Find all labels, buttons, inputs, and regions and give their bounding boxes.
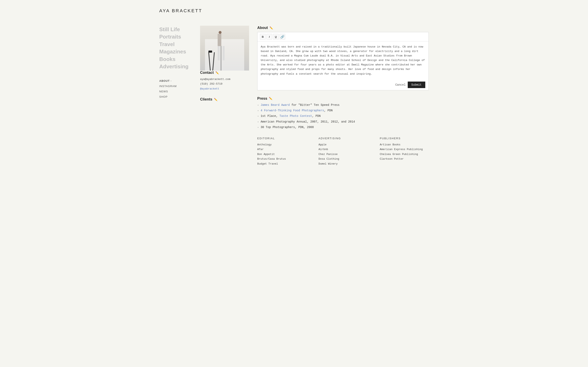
toolbar-link-button[interactable]: 🔗 bbox=[279, 34, 285, 40]
contact-section: Contact ✏️ aya@ayabrackett.com (510) 292… bbox=[200, 71, 249, 91]
nav-item-advertising[interactable]: Advertising bbox=[159, 63, 192, 70]
toolbar-italic-button[interactable]: I bbox=[267, 34, 272, 40]
clients-advertising-col: ADVERTISING Apple Airbnb Chez Panisse Do… bbox=[319, 136, 367, 166]
toolbar-underline-button[interactable]: U bbox=[273, 34, 279, 40]
advertising-dosa-clothing: Dosa Clothing bbox=[319, 157, 367, 161]
nav-item-instagram[interactable]: INSTAGRAM bbox=[159, 83, 192, 89]
contact-email: aya@ayabrackett.com bbox=[200, 77, 249, 82]
nav-link-about[interactable]: ABOUT · bbox=[159, 78, 192, 83]
nav-link-shop[interactable]: SHOP bbox=[159, 94, 192, 100]
clients-full: EDITORIAL Anthology Afar Bon Appetit Bru… bbox=[257, 136, 429, 166]
contact-info: aya@ayabrackett.com (510) 292-5719 @ayab… bbox=[200, 77, 249, 91]
nav-item-about[interactable]: ABOUT · bbox=[159, 78, 192, 83]
editor-actions: Cancel Submit bbox=[258, 80, 429, 90]
about-content[interactable]: Aya Brackett was born and raised in a tr… bbox=[258, 42, 429, 80]
editorial-anthology: Anthology bbox=[257, 142, 306, 147]
contact-phone: (510) 292-5719 bbox=[200, 82, 249, 86]
nav-link-portraits[interactable]: Portraits bbox=[159, 33, 192, 40]
editorial-bon-appetit: Bon Appetit bbox=[257, 152, 306, 157]
editorial-header: EDITORIAL bbox=[257, 136, 306, 141]
secondary-nav: ABOUT · INSTAGRAM NEWS SHOP bbox=[159, 78, 192, 100]
submit-button[interactable]: Submit bbox=[408, 82, 425, 88]
contact-edit-icon[interactable]: ✏️ bbox=[215, 71, 219, 75]
nav-link-advertising[interactable]: Advertising bbox=[159, 63, 192, 70]
nav-link-still-life[interactable]: Still Life bbox=[159, 26, 192, 33]
advertising-apple: Apple bbox=[319, 142, 367, 147]
editorial-brutus: Brutus/Casa Brutus bbox=[257, 157, 306, 161]
nav-link-instagram[interactable]: INSTAGRAM bbox=[159, 83, 192, 89]
publishers-amex: American Express Publishing bbox=[380, 147, 429, 152]
advertising-header: ADVERTISING bbox=[319, 136, 367, 141]
about-heading: About bbox=[257, 26, 268, 30]
contact-heading: Contact bbox=[200, 71, 214, 75]
editorial-budget-travel: Budget Travel bbox=[257, 161, 306, 166]
advertising-dumel-winery: Dumel Winery bbox=[319, 161, 367, 166]
advertising-airbnb: Airbnb bbox=[319, 147, 367, 152]
press-link-2[interactable]: 4 Forward-Thinking Food Photographers bbox=[260, 109, 324, 112]
nav-item-news[interactable]: NEWS bbox=[159, 89, 192, 94]
nav-item-portraits[interactable]: Portraits bbox=[159, 33, 192, 40]
about-edit-icon[interactable]: ✏️ bbox=[269, 26, 273, 30]
nav-link-magazines[interactable]: Magazines bbox=[159, 48, 192, 55]
publishers-artisan: Artisan Books bbox=[380, 142, 429, 147]
press-item-4: American Photography Annual, 2007, 2011,… bbox=[257, 119, 429, 124]
about-editor: B I U 🔗 Aya Brackett was born and raised… bbox=[257, 32, 429, 90]
press-heading: Press bbox=[257, 96, 267, 101]
press-item-2: 4 Forward-Thinking Food Photographers, P… bbox=[257, 108, 429, 113]
clients-section: Clients ✏️ bbox=[200, 97, 249, 101]
press-item-3: 1st Place, Taste Photo Contest, PDN bbox=[257, 114, 429, 118]
press-item-5: 30 Top Photographers, PDN, 2008 bbox=[257, 125, 429, 130]
press-link-3[interactable]: Taste Photo Contest bbox=[279, 114, 312, 118]
press-item-1: James Beard Award for "Bitter" Ten Speed… bbox=[257, 103, 429, 108]
sidebar: Still Life Portraits Travel Magazines Bo… bbox=[159, 26, 192, 166]
toolbar-bold-button[interactable]: B bbox=[260, 34, 266, 40]
photographer-image bbox=[200, 26, 249, 71]
nav-item-magazines[interactable]: Magazines bbox=[159, 48, 192, 55]
press-edit-icon[interactable]: ✏️ bbox=[269, 97, 272, 100]
publishers-clarkson: Clarkson Potter bbox=[380, 157, 429, 161]
press-link-1[interactable]: James Beard Award bbox=[260, 103, 290, 107]
clients-edit-icon[interactable]: ✏️ bbox=[214, 98, 217, 101]
cancel-button[interactable]: Cancel bbox=[395, 82, 406, 88]
editor-toolbar: B I U 🔗 bbox=[258, 32, 429, 42]
main-nav: Still Life Portraits Travel Magazines Bo… bbox=[159, 26, 192, 70]
nav-link-news[interactable]: NEWS bbox=[159, 89, 192, 94]
nav-item-still-life[interactable]: Still Life bbox=[159, 26, 192, 33]
nav-item-books[interactable]: Books bbox=[159, 55, 192, 63]
nav-item-travel[interactable]: Travel bbox=[159, 41, 192, 48]
editorial-afar: Afar bbox=[257, 147, 306, 152]
publishers-chelsea-green: Chelsea Green Publishing bbox=[380, 152, 429, 157]
clients-editorial-col: EDITORIAL Anthology Afar Bon Appetit Bru… bbox=[257, 136, 306, 166]
nav-link-books[interactable]: Books bbox=[159, 55, 192, 63]
nav-link-travel[interactable]: Travel bbox=[159, 41, 192, 48]
about-section: About ✏️ B I U 🔗 Aya Brackett was born a… bbox=[257, 26, 429, 90]
press-list: James Beard Award for "Bitter" Ten Speed… bbox=[257, 103, 429, 130]
advertising-chez-panisse: Chez Panisse bbox=[319, 152, 367, 157]
nav-item-shop[interactable]: SHOP bbox=[159, 94, 192, 100]
press-section: Press ✏️ James Beard Award for "Bitter" … bbox=[257, 96, 429, 130]
clients-publishers-col: PUBLISHERS Artisan Books American Expres… bbox=[380, 136, 429, 166]
site-title: AYA BRACKETT bbox=[159, 8, 429, 13]
site-header: AYA BRACKETT bbox=[159, 8, 429, 13]
clients-heading: Clients bbox=[200, 97, 212, 101]
publishers-header: PUBLISHERS bbox=[380, 136, 429, 141]
contact-instagram-link[interactable]: @ayabrackett bbox=[200, 87, 219, 90]
